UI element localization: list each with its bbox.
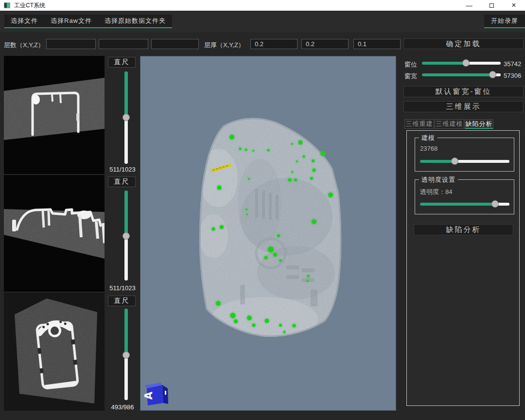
slider-thumb[interactable] [122,114,130,121]
close-button[interactable]: × [503,0,525,11]
slider-thumb[interactable] [451,158,458,165]
thickness-x-input[interactable] [250,39,298,49]
window-width-value: 57306 [504,72,521,79]
window-controls: — × [458,0,525,11]
tab-defect-analysis[interactable]: 缺陷分析 [465,119,493,129]
window-width-slider[interactable] [422,71,501,78]
thickness-z-input[interactable] [353,39,401,49]
toolbar: 选择文件 选择Raw文件 选择原始数据文件夹 开始录屏 [0,11,525,32]
3d-render: A [140,56,396,410]
layers-x-input[interactable] [46,39,96,49]
ruler-label-2: 直尺 [108,176,136,187]
layers-y-input[interactable] [99,39,148,49]
window-level-label: 窗位 [404,60,417,69]
minimize-icon: — [466,2,472,9]
select-file-button[interactable]: 选择文件 [4,15,44,27]
file-button-group: 选择文件 选择Raw文件 选择原始数据文件夹 [4,15,172,28]
orientation-letter: A [143,391,155,400]
start-recording-button[interactable]: 开始录屏 [484,15,525,28]
slider-thumb[interactable] [122,232,130,240]
tab-3d-modeling[interactable]: 三维建模 [435,119,464,129]
modeling-value: 23768 [420,145,438,152]
title-bar: 工业CT系统 — × [0,0,525,11]
maximize-button[interactable] [480,0,503,11]
window-width-label: 窗宽 [404,72,417,81]
modeling-slider[interactable] [420,158,509,165]
layers-label: 层数（X,Y,Z） [4,41,44,50]
select-raw-data-folder-button[interactable]: 选择原始数据文件夹 [98,15,172,27]
slider-thumb[interactable] [462,59,470,67]
ct-slice-view-1[interactable] [4,56,105,174]
app-window: 工业CT系统 — × 选择文件 选择Raw文件 选择原始数据文件夹 开始录屏 层… [0,0,525,420]
slider-track[interactable] [422,62,501,65]
modeling-group: 建模 23768 [415,138,514,172]
slice-position-2: 511/1023 [105,284,140,292]
defect-analysis-button[interactable]: 缺陷分析 [414,224,513,235]
slice-slider-2[interactable] [122,191,130,280]
app-icon [4,2,10,8]
maximize-icon [490,3,494,8]
thickness-label: 层厚（X,Y,Z） [204,41,245,50]
default-window-button[interactable]: 默认窗宽-窗位 [403,86,524,97]
slider-thumb[interactable] [489,71,496,78]
ct-slice-view-2[interactable] [4,175,105,292]
window-level-slider[interactable] [422,59,501,67]
slice-position-3: 493/986 [105,403,140,411]
tab-3d-reconstruction[interactable]: 三维重建 [404,119,434,129]
slider-thumb[interactable] [491,200,499,208]
transparency-value: 透明度：84 [420,188,452,196]
ct-slice-view-3[interactable] [4,293,105,411]
slice-slider-1[interactable] [122,71,130,164]
close-icon: × [511,1,516,10]
window-level-value: 35742 [504,60,521,68]
ruler-label-1: 直尺 [108,57,136,68]
defect-analysis-panel: 建模 23768 透明度设置 透明度：84 缺陷分析 [406,130,520,406]
thickness-y-input[interactable] [301,39,349,49]
slice-position-1: 511/1023 [105,166,140,173]
layers-z-input[interactable] [151,39,199,49]
transparency-group: 透明度设置 透明度：84 [415,179,514,214]
transparency-group-label: 透明度设置 [419,175,458,184]
modeling-group-label: 建模 [419,134,438,142]
select-raw-file-button[interactable]: 选择Raw文件 [44,15,98,27]
ruler-label-3: 直尺 [108,296,136,306]
minimize-button[interactable]: — [458,0,480,11]
confirm-load-button[interactable]: 确定加载 [403,38,524,49]
slider-thumb[interactable] [122,351,130,359]
window-title: 工业CT系统 [14,1,45,10]
slice-slider-3[interactable] [122,309,130,400]
3d-viewport[interactable]: A [140,56,396,411]
show-3d-button[interactable]: 三维展示 [403,101,524,112]
transparency-slider[interactable] [420,200,509,208]
slider-track[interactable] [420,160,509,163]
